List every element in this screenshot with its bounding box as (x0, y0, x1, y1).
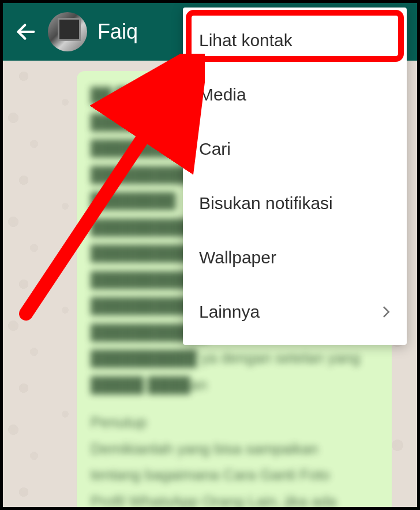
menu-item-media[interactable]: Media (183, 68, 407, 122)
back-button[interactable] (14, 20, 38, 43)
contact-name[interactable]: Faiq (97, 20, 138, 44)
back-arrow-icon (14, 20, 38, 43)
menu-item-view-contact[interactable]: Lihat kontak (183, 13, 407, 68)
menu-item-label: Wallpaper (199, 248, 276, 267)
menu-item-label: Cari (199, 139, 231, 159)
menu-item-label: Lainnya (199, 302, 260, 322)
app-frame: ██ ████████ ███████████████ ████████████… (0, 0, 420, 510)
menu-item-mute[interactable]: Bisukan notifikasi (183, 176, 407, 230)
menu-item-wallpaper[interactable]: Wallpaper (183, 230, 407, 285)
menu-item-label: Lihat kontak (199, 31, 292, 50)
chevron-right-icon (382, 302, 391, 322)
menu-item-search[interactable]: Cari (183, 122, 407, 176)
menu-item-label: Media (199, 85, 246, 105)
menu-item-more[interactable]: Lainnya (183, 285, 407, 339)
overflow-menu: Lihat kontak Media Cari Bisukan notifika… (183, 8, 407, 345)
contact-avatar[interactable] (48, 12, 87, 51)
menu-item-label: Bisukan notifikasi (199, 193, 333, 213)
